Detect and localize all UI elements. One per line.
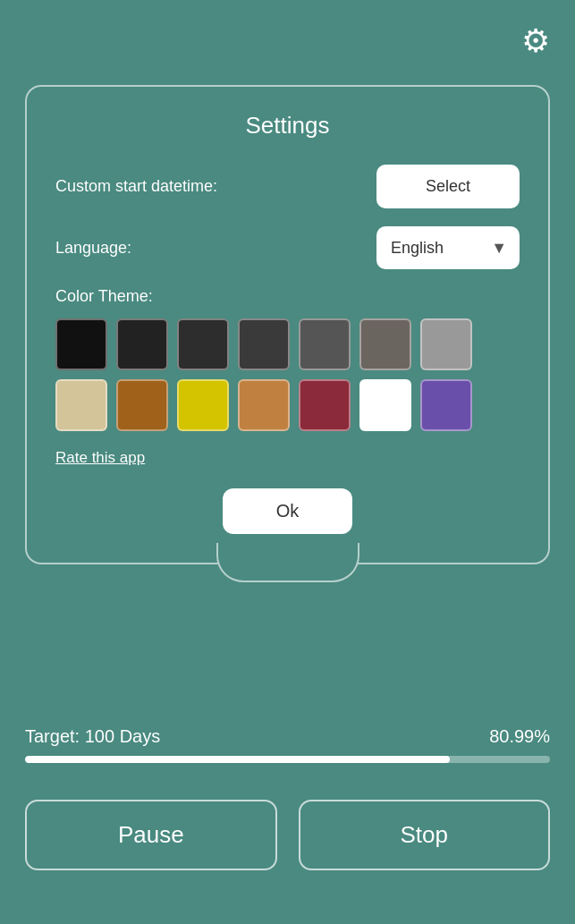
color-swatches [55, 318, 520, 431]
target-section: Target: 100 Days 80.99% [25, 726, 550, 763]
color-swatch-10[interactable] [238, 379, 290, 431]
stop-button[interactable]: Stop [299, 800, 551, 870]
rate-app-link[interactable]: Rate this app [55, 449, 145, 467]
settings-card: Settings Custom start datetime: Select L… [25, 85, 550, 564]
datetime-row: Custom start datetime: Select [55, 165, 520, 208]
color-swatch-9[interactable] [177, 379, 229, 431]
color-swatch-2[interactable] [177, 318, 229, 370]
ok-button[interactable]: Ok [223, 488, 353, 534]
language-row: Language: English Spanish French German … [55, 226, 520, 269]
settings-title: Settings [55, 112, 520, 140]
color-swatch-12[interactable] [359, 379, 411, 431]
color-swatch-11[interactable] [299, 379, 351, 431]
color-swatch-13[interactable] [420, 379, 472, 431]
color-swatch-3[interactable] [238, 318, 290, 370]
color-theme-section: Color Theme: [55, 287, 520, 431]
color-swatch-8[interactable] [116, 379, 168, 431]
target-percent: 80.99% [489, 726, 550, 747]
color-swatch-6[interactable] [420, 318, 472, 370]
target-label: Target: 100 Days [25, 726, 160, 747]
datetime-label: Custom start datetime: [55, 177, 217, 196]
color-swatch-5[interactable] [359, 318, 411, 370]
bottom-buttons: Pause Stop [25, 800, 550, 870]
target-row: Target: 100 Days 80.99% [25, 726, 550, 747]
pause-button[interactable]: Pause [25, 800, 277, 870]
settings-gear-button[interactable]: ⚙ [521, 25, 550, 57]
language-label: Language: [55, 239, 131, 258]
color-swatch-1[interactable] [116, 318, 168, 370]
color-swatch-4[interactable] [299, 318, 351, 370]
language-select[interactable]: English Spanish French German [376, 226, 520, 269]
select-datetime-button[interactable]: Select [376, 165, 520, 208]
progress-bar-background [25, 756, 550, 763]
language-dropdown-wrapper: English Spanish French German ▼ [376, 226, 520, 269]
color-theme-label: Color Theme: [55, 287, 520, 306]
bottom-handle [216, 543, 359, 582]
progress-bar-fill [25, 756, 450, 763]
color-swatch-0[interactable] [55, 318, 107, 370]
color-swatch-7[interactable] [55, 379, 107, 431]
